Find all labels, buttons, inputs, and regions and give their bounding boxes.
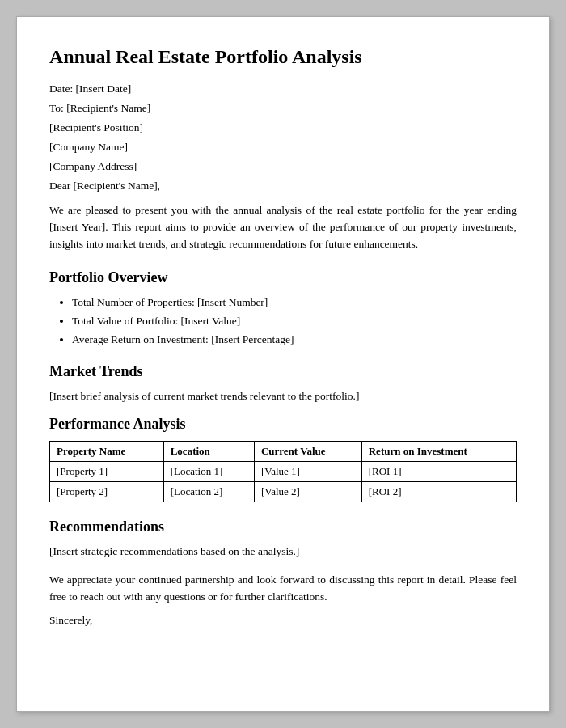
- intro-paragraph: We are pleased to present you with the a…: [49, 202, 517, 253]
- market-trends-heading: Market Trends: [49, 363, 517, 380]
- cell-value-2: [Value 2]: [254, 482, 361, 502]
- closing-paragraph: We appreciate your continued partnership…: [49, 572, 517, 606]
- sincerely-line: Sincerely,: [49, 614, 517, 627]
- document-page: Annual Real Estate Portfolio Analysis Da…: [16, 16, 550, 712]
- market-trends-placeholder: [Insert brief analysis of current market…: [49, 388, 517, 405]
- performance-analysis-heading: Performance Analysis: [49, 416, 517, 433]
- portfolio-overview-list: Total Number of Properties: [Insert Numb…: [49, 294, 517, 349]
- cell-location-2: [Location 2]: [163, 482, 254, 502]
- table-header-row: Property Name Location Current Value Ret…: [50, 442, 517, 462]
- list-item: Average Return on Investment: [Insert Pe…: [72, 332, 517, 348]
- document-title: Annual Real Estate Portfolio Analysis: [49, 46, 517, 68]
- list-item: Total Number of Properties: [Insert Numb…: [72, 294, 517, 311]
- cell-property-1: [Property 1]: [50, 462, 164, 482]
- col-header-location: Location: [163, 442, 254, 462]
- cell-value-1: [Value 1]: [254, 462, 361, 482]
- cell-roi-1: [ROI 1]: [361, 462, 516, 482]
- salutation: Dear [Recipient's Name],: [49, 180, 517, 193]
- recommendations-heading: Recommendations: [49, 518, 517, 535]
- recommendations-placeholder: [Insert strategic recommendations based …: [49, 544, 517, 561]
- list-item: Total Value of Portfolio: [Insert Value]: [72, 313, 517, 329]
- cell-roi-2: [ROI 2]: [361, 482, 516, 502]
- company-line: [Company Name]: [49, 141, 517, 154]
- to-line: To: [Recipient's Name]: [49, 102, 517, 115]
- table-row: [Property 1] [Location 1] [Value 1] [ROI…: [50, 462, 517, 482]
- address-line: [Company Address]: [49, 160, 517, 173]
- table-row: [Property 2] [Location 2] [Value 2] [ROI…: [50, 482, 517, 502]
- cell-property-2: [Property 2]: [50, 482, 164, 502]
- portfolio-overview-heading: Portfolio Overview: [49, 269, 517, 286]
- col-header-property: Property Name: [50, 442, 164, 462]
- cell-location-1: [Location 1]: [163, 462, 254, 482]
- date-line: Date: [Insert Date]: [49, 83, 517, 95]
- col-header-roi: Return on Investment: [361, 442, 516, 462]
- performance-table: Property Name Location Current Value Ret…: [49, 441, 517, 502]
- position-line: [Recipient's Position]: [49, 121, 517, 134]
- col-header-value: Current Value: [254, 442, 361, 462]
